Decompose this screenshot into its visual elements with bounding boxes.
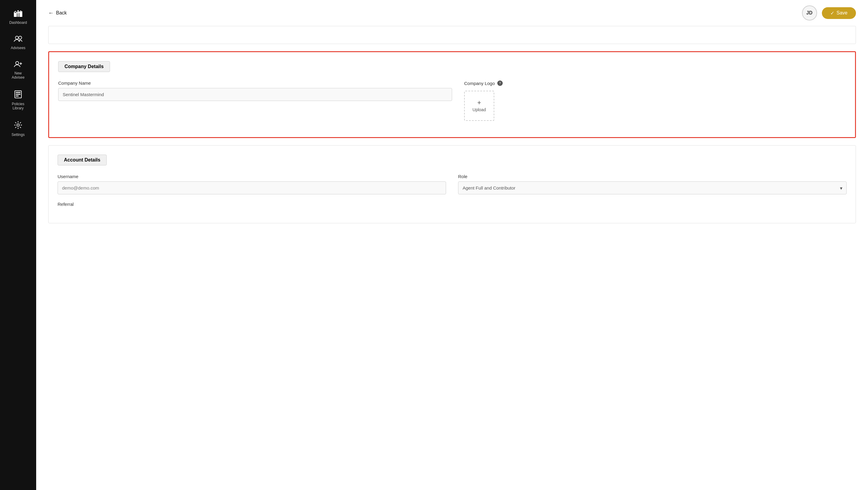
new-advisee-icon xyxy=(14,61,22,69)
referral-label: Referral xyxy=(58,202,452,207)
logo-upload-button[interactable]: + Upload xyxy=(464,91,494,121)
svg-point-5 xyxy=(16,61,19,64)
company-logo-label-row: Company Logo ? xyxy=(464,81,503,86)
sidebar-item-settings-label: Settings xyxy=(11,132,24,137)
back-button[interactable]: ← Back xyxy=(48,10,67,16)
topbar-right: JD ✓ Save xyxy=(802,5,856,21)
back-arrow-icon: ← xyxy=(48,10,54,16)
username-label: Username xyxy=(58,174,446,179)
svg-point-3 xyxy=(16,36,19,39)
svg-rect-11 xyxy=(16,95,19,96)
username-input[interactable] xyxy=(58,181,446,194)
sidebar-item-settings[interactable]: Settings xyxy=(0,117,36,141)
company-details-header: Company Details xyxy=(58,61,110,72)
avatar: JD xyxy=(802,5,817,21)
save-label: Save xyxy=(837,10,847,16)
account-details-header: Account Details xyxy=(58,155,107,165)
referral-group: Referral xyxy=(58,202,452,207)
svg-rect-2 xyxy=(19,12,22,17)
sidebar-item-dashboard[interactable]: Dashboard xyxy=(0,6,36,29)
svg-rect-0 xyxy=(14,13,17,17)
company-details-section: Company Details Company Name Company Log… xyxy=(48,51,856,138)
role-group: Role Agent Full and Contributor Agent Fu… xyxy=(458,174,846,194)
top-card xyxy=(48,26,856,44)
company-name-label: Company Name xyxy=(58,81,452,86)
page-content: Company Details Company Name Company Log… xyxy=(36,26,868,243)
sidebar-item-new-advisee[interactable]: New Advisee xyxy=(0,57,36,84)
company-logo-label-text: Company Logo xyxy=(464,81,495,86)
company-logo-group: Company Logo ? + Upload xyxy=(464,81,503,121)
dashboard-icon xyxy=(14,10,22,19)
topbar: ← Back JD ✓ Save xyxy=(36,0,868,26)
role-select-wrapper: Agent Full and Contributor Agent Full Co… xyxy=(458,181,846,194)
account-details-section: Account Details Username Role Agent Full… xyxy=(48,145,856,223)
policies-library-icon xyxy=(14,90,22,100)
role-label: Role xyxy=(458,174,846,179)
main-content: ← Back JD ✓ Save Company Details Company… xyxy=(36,0,868,490)
referral-form-row: Referral xyxy=(58,202,846,207)
username-group: Username xyxy=(58,174,446,194)
svg-point-4 xyxy=(19,36,22,39)
settings-icon xyxy=(14,121,22,131)
account-details-form-row: Username Role Agent Full and Contributor… xyxy=(58,174,846,194)
sidebar-item-dashboard-label: Dashboard xyxy=(9,21,27,25)
company-name-input[interactable] xyxy=(58,88,452,101)
advisees-icon xyxy=(14,36,22,44)
role-select[interactable]: Agent Full and Contributor Agent Full Co… xyxy=(458,181,846,194)
sidebar-item-policies-library[interactable]: Policies Library xyxy=(0,86,36,115)
company-name-group: Company Name xyxy=(58,81,452,121)
company-details-form-row: Company Name Company Logo ? + Upload xyxy=(58,81,846,121)
back-label: Back xyxy=(56,10,67,16)
sidebar-item-new-advisee-label: New Advisee xyxy=(12,71,25,80)
upload-plus-icon: + xyxy=(477,99,481,106)
upload-label: Upload xyxy=(472,107,486,112)
svg-rect-10 xyxy=(16,94,21,95)
save-button[interactable]: ✓ Save xyxy=(822,7,856,19)
save-checkmark-icon: ✓ xyxy=(830,10,834,16)
sidebar-item-advisees[interactable]: Advisees xyxy=(0,31,36,54)
svg-rect-9 xyxy=(16,92,21,93)
company-logo-help-icon[interactable]: ? xyxy=(497,81,503,86)
svg-point-12 xyxy=(17,124,19,126)
sidebar-item-advisees-label: Advisees xyxy=(11,46,26,50)
sidebar-item-policies-library-label: Policies Library xyxy=(12,102,24,110)
sidebar: Dashboard Advisees New Advisee xyxy=(0,0,36,490)
